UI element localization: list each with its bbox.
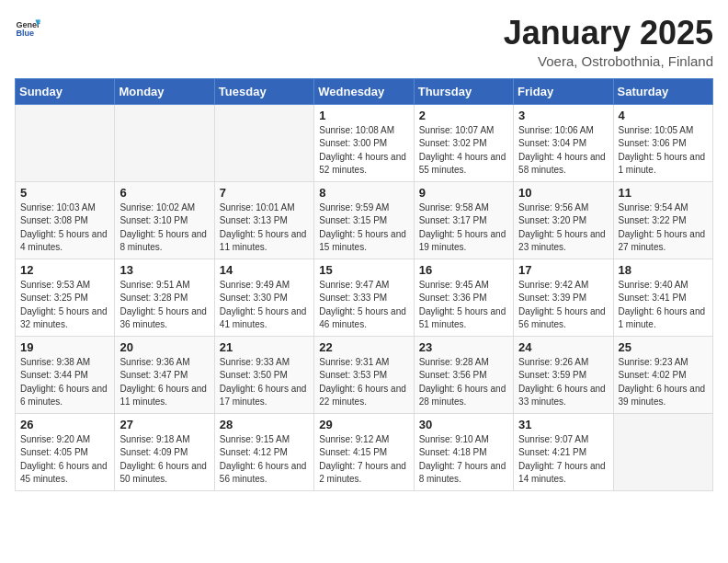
day-info: Sunrise: 10:02 AMSunset: 3:10 PMDaylight… (119, 201, 209, 255)
weekday-header-saturday: Saturday (613, 78, 712, 104)
day-number: 21 (220, 340, 309, 354)
calendar-cell: 16Sunrise: 9:45 AMSunset: 3:36 PMDayligh… (414, 259, 513, 336)
day-info: Sunrise: 9:23 AMSunset: 4:02 PMDaylight:… (619, 356, 708, 409)
calendar-cell: 1Sunrise: 10:08 AMSunset: 3:00 PMDayligh… (314, 104, 414, 181)
calendar-cell: 24Sunrise: 9:26 AMSunset: 3:59 PMDayligh… (514, 336, 613, 413)
day-info: Sunrise: 9:54 AMSunset: 3:22 PMDaylight:… (619, 201, 708, 255)
day-number: 13 (119, 263, 209, 277)
day-number: 19 (20, 340, 109, 354)
calendar-cell: 6Sunrise: 10:02 AMSunset: 3:10 PMDayligh… (115, 181, 214, 259)
day-number: 29 (319, 418, 408, 431)
calendar-cell: 7Sunrise: 10:01 AMSunset: 3:13 PMDayligh… (214, 181, 313, 259)
calendar-cell: 28Sunrise: 9:15 AMSunset: 4:12 PMDayligh… (214, 413, 313, 490)
day-info: Sunrise: 9:20 AMSunset: 4:05 PMDaylight:… (20, 433, 109, 487)
day-number: 5 (20, 186, 109, 200)
weekday-header-sunday: Sunday (16, 78, 115, 104)
calendar-cell: 12Sunrise: 9:53 AMSunset: 3:25 PMDayligh… (16, 259, 115, 336)
day-info: Sunrise: 9:56 AMSunset: 3:20 PMDaylight:… (518, 201, 608, 255)
weekday-header-row: SundayMondayTuesdayWednesdayThursdayFrid… (16, 78, 713, 104)
calendar-cell: 27Sunrise: 9:18 AMSunset: 4:09 PMDayligh… (115, 413, 214, 490)
day-info: Sunrise: 9:59 AMSunset: 3:15 PMDaylight:… (319, 201, 408, 255)
day-info: Sunrise: 9:47 AMSunset: 3:33 PMDaylight:… (319, 279, 408, 332)
calendar-table: SundayMondayTuesdayWednesdayThursdayFrid… (15, 78, 713, 491)
day-info: Sunrise: 10:01 AMSunset: 3:13 PMDaylight… (220, 201, 309, 255)
calendar-cell: 30Sunrise: 9:10 AMSunset: 4:18 PMDayligh… (414, 413, 513, 490)
calendar-cell: 17Sunrise: 9:42 AMSunset: 3:39 PMDayligh… (514, 259, 613, 336)
weekday-header-tuesday: Tuesday (214, 78, 313, 104)
logo-icon: General Blue (15, 15, 40, 40)
weekday-header-friday: Friday (514, 78, 613, 104)
calendar-cell: 4Sunrise: 10:05 AMSunset: 3:06 PMDayligh… (613, 104, 712, 181)
day-info: Sunrise: 9:42 AMSunset: 3:39 PMDaylight:… (518, 279, 608, 332)
day-number: 25 (619, 340, 708, 354)
day-info: Sunrise: 10:05 AMSunset: 3:06 PMDaylight… (619, 124, 708, 178)
day-info: Sunrise: 9:45 AMSunset: 3:36 PMDaylight:… (419, 279, 508, 332)
weekday-header-wednesday: Wednesday (314, 78, 414, 104)
day-info: Sunrise: 10:03 AMSunset: 3:08 PMDaylight… (20, 201, 109, 255)
day-info: Sunrise: 9:51 AMSunset: 3:28 PMDaylight:… (119, 279, 209, 332)
day-number: 15 (319, 263, 408, 277)
calendar-cell: 9Sunrise: 9:58 AMSunset: 3:17 PMDaylight… (414, 181, 513, 259)
day-info: Sunrise: 9:28 AMSunset: 3:56 PMDaylight:… (419, 356, 508, 409)
calendar-cell: 31Sunrise: 9:07 AMSunset: 4:21 PMDayligh… (514, 413, 613, 490)
day-number: 17 (518, 263, 608, 277)
day-info: Sunrise: 9:10 AMSunset: 4:18 PMDaylight:… (419, 433, 508, 487)
day-number: 27 (119, 418, 209, 431)
day-number: 9 (419, 186, 508, 200)
day-number: 11 (619, 186, 708, 200)
day-info: Sunrise: 9:53 AMSunset: 3:25 PMDaylight:… (20, 279, 109, 332)
week-row-2: 5Sunrise: 10:03 AMSunset: 3:08 PMDayligh… (16, 181, 713, 259)
day-number: 4 (619, 109, 708, 122)
calendar-cell: 23Sunrise: 9:28 AMSunset: 3:56 PMDayligh… (414, 336, 513, 413)
calendar-cell: 3Sunrise: 10:06 AMSunset: 3:04 PMDayligh… (514, 104, 613, 181)
day-number: 2 (419, 109, 508, 122)
day-info: Sunrise: 9:33 AMSunset: 3:50 PMDaylight:… (220, 356, 309, 409)
title-block: January 2025 Voera, Ostrobothnia, Finlan… (504, 15, 713, 69)
day-info: Sunrise: 9:26 AMSunset: 3:59 PMDaylight:… (518, 356, 608, 409)
calendar-cell: 13Sunrise: 9:51 AMSunset: 3:28 PMDayligh… (115, 259, 214, 336)
day-info: Sunrise: 10:08 AMSunset: 3:00 PMDaylight… (319, 124, 408, 178)
calendar-cell (115, 104, 214, 181)
day-info: Sunrise: 10:07 AMSunset: 3:02 PMDaylight… (419, 124, 508, 178)
week-row-3: 12Sunrise: 9:53 AMSunset: 3:25 PMDayligh… (16, 259, 713, 336)
calendar-cell (16, 104, 115, 181)
day-number: 6 (119, 186, 209, 200)
calendar-cell: 19Sunrise: 9:38 AMSunset: 3:44 PMDayligh… (16, 336, 115, 413)
week-row-4: 19Sunrise: 9:38 AMSunset: 3:44 PMDayligh… (16, 336, 713, 413)
day-number: 16 (419, 263, 508, 277)
calendar-cell (613, 413, 712, 490)
day-number: 31 (518, 418, 608, 431)
week-row-5: 26Sunrise: 9:20 AMSunset: 4:05 PMDayligh… (16, 413, 713, 490)
calendar-cell: 8Sunrise: 9:59 AMSunset: 3:15 PMDaylight… (314, 181, 414, 259)
day-number: 7 (220, 186, 309, 200)
day-number: 28 (220, 418, 309, 431)
day-info: Sunrise: 9:12 AMSunset: 4:15 PMDaylight:… (319, 433, 408, 487)
day-info: Sunrise: 9:58 AMSunset: 3:17 PMDaylight:… (419, 201, 508, 255)
calendar-cell (214, 104, 313, 181)
day-info: Sunrise: 9:40 AMSunset: 3:41 PMDaylight:… (619, 279, 708, 332)
day-number: 26 (20, 418, 109, 431)
day-number: 14 (220, 263, 309, 277)
day-info: Sunrise: 9:49 AMSunset: 3:30 PMDaylight:… (220, 279, 309, 332)
calendar-cell: 29Sunrise: 9:12 AMSunset: 4:15 PMDayligh… (314, 413, 414, 490)
logo: General Blue (15, 15, 40, 40)
day-info: Sunrise: 9:07 AMSunset: 4:21 PMDaylight:… (518, 433, 608, 487)
weekday-header-monday: Monday (115, 78, 214, 104)
calendar-cell: 14Sunrise: 9:49 AMSunset: 3:30 PMDayligh… (214, 259, 313, 336)
day-info: Sunrise: 9:38 AMSunset: 3:44 PMDaylight:… (20, 356, 109, 409)
calendar-cell: 26Sunrise: 9:20 AMSunset: 4:05 PMDayligh… (16, 413, 115, 490)
day-number: 23 (419, 340, 508, 354)
day-number: 24 (518, 340, 608, 354)
day-number: 22 (319, 340, 408, 354)
calendar-cell: 20Sunrise: 9:36 AMSunset: 3:47 PMDayligh… (115, 336, 214, 413)
calendar-cell: 5Sunrise: 10:03 AMSunset: 3:08 PMDayligh… (16, 181, 115, 259)
week-row-1: 1Sunrise: 10:08 AMSunset: 3:00 PMDayligh… (16, 104, 713, 181)
svg-text:Blue: Blue (16, 29, 34, 38)
day-info: Sunrise: 10:06 AMSunset: 3:04 PMDaylight… (518, 124, 608, 178)
calendar-cell: 22Sunrise: 9:31 AMSunset: 3:53 PMDayligh… (314, 336, 414, 413)
calendar-cell: 10Sunrise: 9:56 AMSunset: 3:20 PMDayligh… (514, 181, 613, 259)
calendar-cell: 15Sunrise: 9:47 AMSunset: 3:33 PMDayligh… (314, 259, 414, 336)
location-title: Voera, Ostrobothnia, Finland (504, 53, 713, 69)
calendar-cell: 21Sunrise: 9:33 AMSunset: 3:50 PMDayligh… (214, 336, 313, 413)
day-info: Sunrise: 9:18 AMSunset: 4:09 PMDaylight:… (119, 433, 209, 487)
